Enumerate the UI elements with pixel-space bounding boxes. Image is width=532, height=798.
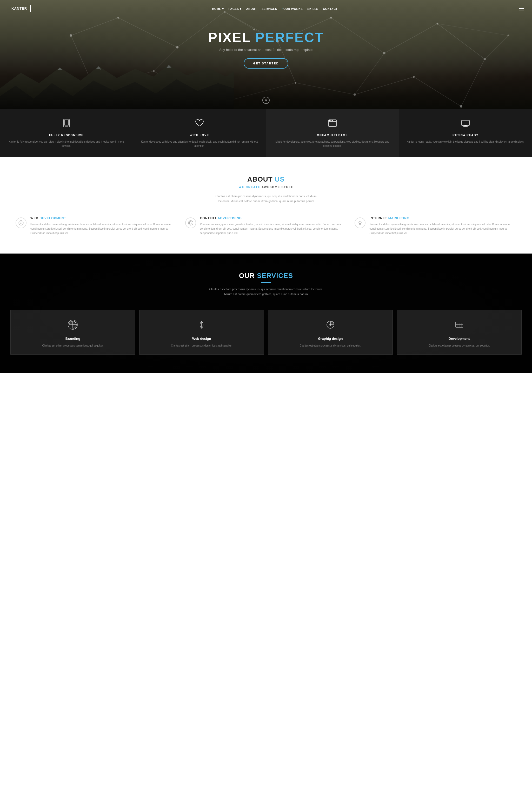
feature-multipage-title: ONE&MULTI PAGE [271,134,394,137]
feature-retina-desc: Kanter is retina ready, you can view it … [404,140,527,144]
hero-subtitle: Say hello to the smartest and most flexi… [208,48,324,52]
service-branding-title: Branding [16,337,130,341]
service-webdesign-desc: Claritas est etiam processus dynamicus, … [145,344,259,348]
nav-home[interactable]: HOME ▾ [212,7,224,11]
services-grid: Branding Claritas est etiam processus dy… [11,310,521,355]
svg-line-33 [414,77,461,107]
responsive-icon [5,118,128,130]
nav-works[interactable]: •OUR WORKS [282,7,303,11]
svg-point-0 [70,34,72,37]
about-features-grid: WEB DEVELOPMENT Praesent sodales, quam v… [16,216,516,235]
hero-title-highlight: PERFECT [255,30,324,45]
hero-title: PIXEL PERFECT [208,30,324,45]
nav-contact[interactable]: CONTACT [323,7,338,11]
svg-line-68 [191,221,192,222]
love-icon [138,118,261,130]
svg-line-32 [355,77,414,95]
svg-line-27 [437,24,485,59]
nav-skills[interactable]: SKILLS [307,7,318,11]
svg-line-70 [191,224,192,225]
svg-line-67 [189,221,190,222]
feature-love: WITH LOVE Kanter developed with love and… [133,109,266,157]
about-marketing: INTERNET MARKETING Praesent sodales, qua… [355,216,516,235]
about-desc: Claritas est etiam processus dynamicus, … [211,194,321,203]
navbar-links: HOME ▾ PAGES ▾ ABOUT SERVICES •OUR WORKS… [212,6,338,11]
advertising-desc: Praesent sodales, quam vitae gravida int… [200,222,347,235]
service-graphic-desc: Claritas est etiam processus dynamicus, … [273,344,387,348]
navbar-logo[interactable]: KANTER [8,5,31,12]
feature-responsive-title: FULLY RESPONSIVE [5,134,128,137]
svg-point-55 [332,120,332,121]
service-graphic-title: Graphig design [273,337,387,341]
nav-about[interactable]: ABOUT [246,7,257,11]
svg-line-25 [331,18,384,53]
services-content: OUR SERVICES Claritas est etiam processu… [11,272,521,354]
marketing-title: INTERNET MARKETING [369,216,516,220]
service-development-desc: Claritas est etiam processus dynamicus, … [402,344,516,348]
web-dev-icon [16,217,26,228]
development-icon [402,319,516,332]
services-section: OUR SERVICES Claritas est etiam processu… [0,253,532,373]
svg-line-75 [359,221,360,222]
service-development-title: Development [402,337,516,341]
advertising-title: CONTEXT ADVERTISING [200,216,347,220]
svg-point-53 [329,120,330,121]
services-desc: Claritas est etiam processus dynamicus, … [208,287,324,297]
service-branding-desc: Claritas est etiam processus dynamicus, … [16,344,130,348]
marketing-icon [355,217,365,228]
service-graphic: Graphig design Claritas est etiam proces… [268,310,393,355]
service-development: Development Claritas est etiam processus… [397,310,521,355]
svg-line-42 [437,24,508,36]
feature-multipage: ONE&MULTI PAGE Made for developers, agen… [266,109,399,157]
about-subtitle: WE CREATE AWESOME STUFF [16,186,516,189]
graphic-icon [273,319,387,332]
navbar: KANTER HOME ▾ PAGES ▾ ABOUT SERVICES •OU… [0,0,532,17]
multipage-icon [271,118,394,130]
mountains [0,62,234,109]
about-title: ABOUT US [16,175,516,184]
feature-love-desc: Kanter developed with love and attention… [138,140,261,148]
svg-point-54 [330,120,331,121]
services-divider [261,282,271,283]
scroll-indicator[interactable]: ∨ [262,97,270,104]
svg-line-41 [485,36,508,59]
svg-line-69 [189,224,190,225]
about-section: ABOUT US WE CREATE AWESOME STUFF Clarita… [0,157,532,253]
nav-services[interactable]: SERVICES [262,7,277,11]
branding-icon [16,319,130,332]
feature-responsive: FULLY RESPONSIVE Kanter is fully respons… [0,109,133,157]
advertising-icon [185,217,196,228]
hero-cta-button[interactable]: GET STARTED [244,58,289,69]
svg-line-35 [461,59,485,107]
hero-content: PIXEL PERFECT Say hello to the smartest … [208,30,324,69]
service-webdesign: Web design Claritas est etiam processus … [139,310,264,355]
nav-pages[interactable]: PAGES ▾ [228,7,241,11]
svg-point-80 [330,324,331,325]
services-title: OUR SERVICES [11,272,521,280]
svg-line-31 [296,83,355,95]
feature-multipage-desc: Made for developers, agencies, photograp… [271,140,394,148]
svg-line-20 [118,18,177,47]
service-branding: Branding Claritas est etiam processus dy… [11,310,135,355]
svg-rect-50 [65,120,68,125]
about-web-dev: WEB DEVELOPMENT Praesent sodales, quam v… [16,216,177,235]
svg-rect-56 [462,120,469,126]
webdesign-icon [145,319,259,332]
feature-retina: RETINA READY Kanter is retina ready, you… [399,109,532,157]
hero-title-main: PIXEL [208,30,255,45]
about-advertising: CONTEXT ADVERTISING Praesent sodales, qu… [185,216,347,235]
svg-line-26 [384,24,437,53]
feature-responsive-desc: Kanter is fully responsive, you can view… [5,140,128,148]
svg-line-19 [71,18,118,35]
service-webdesign-title: Web design [145,337,259,341]
svg-point-60 [20,222,22,224]
feature-retina-title: RETINA READY [404,134,527,137]
menu-icon[interactable] [519,7,524,11]
web-dev-title: WEB DEVELOPMENT [31,216,177,220]
marketing-desc: Praesent sodales, quam vitae gravida int… [369,222,516,235]
web-dev-desc: Praesent sodales, quam vitae gravida int… [31,222,177,235]
feature-love-title: WITH LOVE [138,134,261,137]
features-section: FULLY RESPONSIVE Kanter is fully respons… [0,109,532,157]
svg-line-34 [355,53,384,95]
retina-icon [404,118,527,130]
